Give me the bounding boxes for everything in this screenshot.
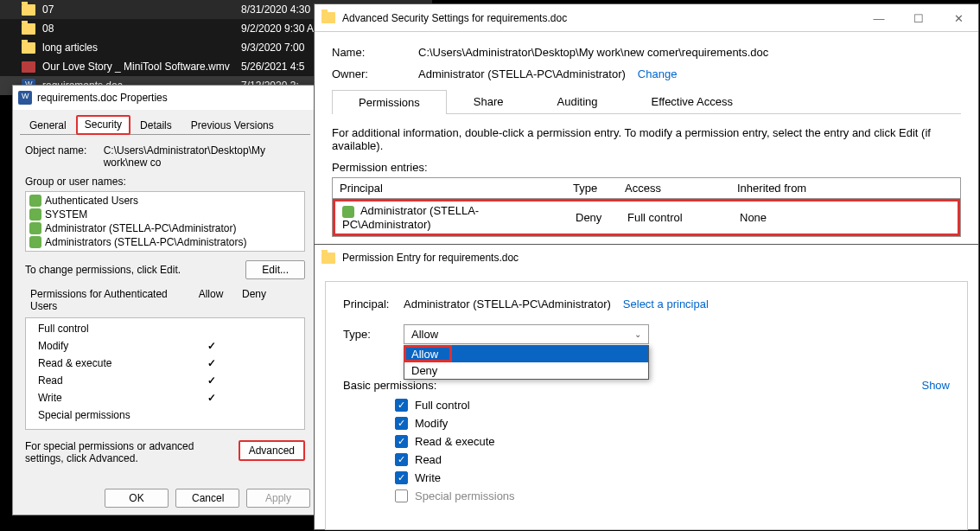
- video-icon: [22, 61, 35, 73]
- th-inherited: Inherited from: [730, 178, 834, 198]
- special-note: For special permissions or advanced sett…: [25, 440, 207, 464]
- type-dropdown: Allow Deny: [404, 345, 649, 380]
- word-icon: [18, 91, 32, 105]
- allow-header: Allow: [189, 288, 232, 312]
- object-name-label: Object name:: [25, 144, 104, 169]
- object-name-value: C:\Users\Administrator\Desktop\My work\n…: [104, 144, 305, 169]
- show-link[interactable]: Show: [921, 379, 950, 392]
- adv-title-bar[interactable]: Advanced Security Settings for requireme…: [315, 4, 978, 32]
- advanced-security-dialog: Advanced Security Settings for requireme…: [314, 3, 979, 246]
- type-value: Allow: [411, 328, 438, 341]
- basic-permissions-label: Basic permissions:: [343, 379, 436, 392]
- users-icon: [29, 208, 41, 221]
- th-access: Access: [618, 178, 730, 198]
- ok-button[interactable]: OK: [105, 489, 169, 508]
- owner-value: Administrator (STELLA-PC\Administrator): [418, 67, 626, 80]
- adv-title: Advanced Security Settings for requireme…: [342, 12, 567, 24]
- tab-auditing[interactable]: Auditing: [531, 89, 625, 113]
- check-icon: ✓: [207, 340, 216, 352]
- checkbox-read-execute[interactable]: ✓: [395, 435, 408, 448]
- tab-share[interactable]: Share: [447, 89, 531, 113]
- tab-security[interactable]: Security: [76, 115, 130, 135]
- edit-button[interactable]: Edit...: [245, 260, 305, 279]
- properties-title-bar[interactable]: requirements.doc Properties: [13, 86, 317, 110]
- permission-entries-table: Principal Type Access Inherited from Adm…: [332, 177, 961, 237]
- type-label: Type:: [343, 328, 404, 341]
- properties-dialog: requirements.doc Properties General Secu…: [12, 85, 318, 515]
- perm-users-label: Permissions for Authenticated Users: [25, 288, 189, 312]
- owner-label: Owner:: [332, 67, 418, 80]
- change-link[interactable]: Change: [638, 67, 678, 80]
- adv-info-text: For additional information, double-click…: [332, 126, 961, 152]
- th-principal: Principal: [333, 178, 566, 198]
- checkbox-read[interactable]: ✓: [395, 453, 408, 466]
- deny-header: Deny: [232, 288, 276, 312]
- folder-icon: [22, 4, 35, 16]
- entries-label: Permission entries:: [332, 161, 961, 174]
- folder-icon: [321, 253, 335, 264]
- tab-general[interactable]: General: [20, 115, 76, 135]
- list-item[interactable]: Administrator (STELLA-PC\Administrator): [28, 221, 302, 235]
- change-instruction: To change permissions, click Edit.: [25, 264, 181, 276]
- properties-title: requirements.doc Properties: [37, 92, 168, 104]
- tab-details[interactable]: Details: [130, 115, 181, 135]
- list-item[interactable]: SYSTEM: [28, 208, 302, 221]
- group-users-list[interactable]: Authenticated Users SYSTEM Administrator…: [25, 191, 305, 252]
- tab-effective-access[interactable]: Effective Access: [624, 89, 759, 113]
- tab-permissions[interactable]: Permissions: [332, 90, 447, 114]
- checkbox-full-control[interactable]: ✓: [395, 399, 408, 412]
- principal-label: Principal:: [343, 297, 404, 310]
- name-value: C:\Users\Administrator\Desktop\My work\n…: [418, 46, 768, 59]
- group-users-label: Group or user names:: [25, 176, 305, 188]
- users-icon: [29, 236, 41, 248]
- minimize-button[interactable]: —: [859, 4, 899, 32]
- select-principal-link[interactable]: Select a principal: [623, 297, 709, 310]
- list-item[interactable]: Administrators (STELLA-PC\Administrators…: [28, 235, 302, 249]
- principal-value: Administrator (STELLA-PC\Administrator): [404, 297, 611, 310]
- folder-icon: [321, 12, 335, 23]
- check-icon: ✓: [207, 357, 216, 369]
- permissions-table: Full control Modify✓ Read & execute✓ Rea…: [25, 317, 305, 430]
- checkbox-write[interactable]: ✓: [395, 471, 408, 484]
- checkbox-modify[interactable]: ✓: [395, 417, 408, 430]
- permission-entry-dialog: Permission Entry for requirements.doc Pr…: [314, 244, 979, 530]
- name-label: Name:: [332, 46, 418, 59]
- tab-previous-versions[interactable]: Previous Versions: [181, 115, 283, 135]
- check-icon: ✓: [207, 392, 216, 404]
- list-item[interactable]: Authenticated Users: [28, 194, 302, 208]
- type-select[interactable]: Allow ⌄ Allow Deny: [404, 324, 649, 344]
- properties-tabs: General Security Details Previous Versio…: [13, 110, 317, 135]
- th-type: Type: [566, 178, 618, 198]
- user-icon: [29, 222, 41, 234]
- pe-title-bar[interactable]: Permission Entry for requirements.doc: [315, 245, 978, 271]
- close-button[interactable]: ✕: [939, 4, 978, 32]
- cancel-button[interactable]: Cancel: [175, 489, 239, 508]
- advanced-button[interactable]: Advanced: [239, 440, 305, 461]
- check-icon: ✓: [207, 374, 216, 387]
- option-deny[interactable]: Deny: [404, 362, 648, 379]
- user-icon: [342, 206, 354, 218]
- table-row[interactable]: Administrator (STELLA-PC\Administrator) …: [333, 199, 960, 236]
- folder-icon: [22, 42, 35, 54]
- option-allow[interactable]: Allow: [404, 346, 648, 362]
- users-icon: [29, 195, 41, 207]
- checkbox-special[interactable]: [395, 489, 408, 502]
- pe-title: Permission Entry for requirements.doc: [342, 252, 519, 264]
- folder-icon: [22, 23, 35, 35]
- apply-button[interactable]: Apply: [246, 489, 310, 508]
- maximize-button[interactable]: ☐: [899, 4, 939, 32]
- basic-permissions-list: ✓Full control ✓Modify ✓Read & execute ✓R…: [343, 399, 950, 502]
- chevron-down-icon: ⌄: [634, 329, 641, 339]
